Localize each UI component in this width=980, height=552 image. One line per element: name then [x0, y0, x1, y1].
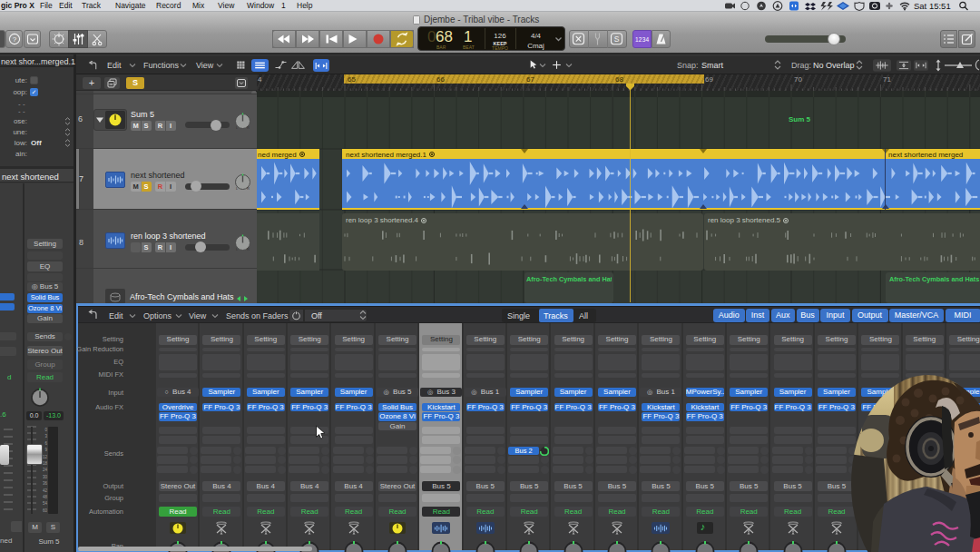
svg-text:0: 0 — [44, 428, 47, 432]
svg-text:6: 6 — [44, 441, 47, 446]
svg-text:18: 18 — [43, 461, 48, 466]
svg-text:?: ? — [13, 35, 17, 44]
svg-text:3: 3 — [44, 434, 47, 439]
svg-text:R: R — [247, 186, 250, 191]
svg-text:24: 24 — [43, 468, 48, 472]
svg-text:R: R — [247, 247, 250, 251]
svg-text:30: 30 — [43, 475, 48, 479]
svg-text:54: 54 — [43, 501, 48, 506]
svg-text:R: R — [247, 125, 250, 130]
svg-text:S: S — [614, 34, 620, 44]
